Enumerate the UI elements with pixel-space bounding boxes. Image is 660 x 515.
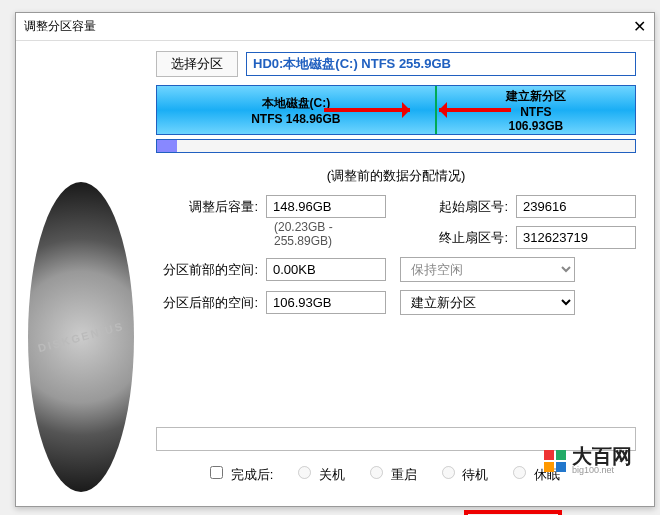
start-sector-input[interactable] (516, 195, 636, 218)
after-done-checkbox[interactable]: 完成后: (206, 463, 273, 484)
disk-header-info: HD0:本地磁盘(C:) NTFS 255.9GB (246, 52, 636, 76)
watermark-logo-icon (544, 450, 566, 472)
section-title: (调整前的数据分配情况) (156, 167, 636, 185)
end-sector-input[interactable] (516, 226, 636, 249)
partition-mini-bar (156, 139, 636, 153)
sidebar: DISKGENIUS (16, 41, 146, 504)
footer: 执行时阻止系统睡眠 开始 取消 (16, 504, 654, 515)
partition-c-name: 本地磁盘(C:) (262, 95, 331, 112)
disk-illustration: DISKGENIUS (28, 182, 134, 492)
window-title: 调整分区容量 (24, 18, 96, 35)
after-done-standby[interactable]: 待机 (437, 463, 489, 484)
start-sector-label: 起始扇区号: (406, 198, 516, 216)
space-before-input[interactable] (266, 258, 386, 281)
select-partition-button[interactable]: 选择分区 (156, 51, 238, 77)
disk-illustration-label: DISKGENIUS (37, 320, 126, 354)
space-after-label: 分区后部的空间: (156, 294, 266, 312)
space-before-select[interactable]: 保持空闲 (400, 257, 575, 282)
after-done-restart[interactable]: 重启 (365, 463, 417, 484)
watermark-url: big100.net (572, 466, 632, 475)
after-done-shutdown[interactable]: 关机 (293, 463, 345, 484)
space-before-label: 分区前部的空间: (156, 261, 266, 279)
size-range-hint: (20.23GB - 255.89GB) (156, 220, 386, 249)
arrow-left-icon (439, 108, 511, 112)
watermark-name: 大百网 (572, 446, 632, 466)
space-after-input[interactable] (266, 291, 386, 314)
main-panel: 选择分区 HD0:本地磁盘(C:) NTFS 255.9GB 本地磁盘(C:) … (146, 41, 654, 504)
space-after-select[interactable]: 建立新分区 (400, 290, 575, 315)
adjusted-size-input[interactable] (266, 195, 386, 218)
watermark: 大百网 big100.net (544, 446, 632, 475)
titlebar: 调整分区容量 ✕ (16, 13, 654, 41)
dialog-window: 调整分区容量 ✕ DISKGENIUS 选择分区 HD0:本地磁盘(C:) NT… (15, 12, 655, 507)
end-sector-label: 终止扇区号: (406, 229, 516, 247)
partition-new-name: 建立新分区 (506, 88, 566, 105)
partition-c-sub: NTFS 148.96GB (251, 112, 340, 126)
start-button-highlight: 开始 (464, 510, 562, 515)
arrow-right-icon (324, 108, 410, 112)
partition-new-size: 106.93GB (508, 119, 563, 133)
partition-visual[interactable]: 本地磁盘(C:) NTFS 148.96GB 建立新分区 NTFS 106.93… (156, 85, 636, 135)
close-icon[interactable]: ✕ (626, 17, 646, 36)
partition-new-sub: NTFS (520, 105, 551, 119)
adjusted-size-label: 调整后容量: (156, 198, 266, 216)
